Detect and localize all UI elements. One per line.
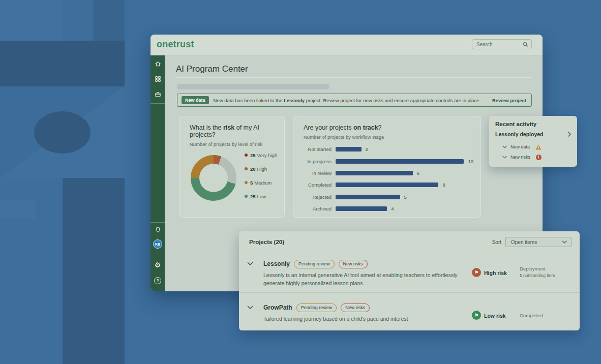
legend-item: 25Very high [245, 152, 277, 158]
project-description: Tailored learning journey based on a chi… [263, 315, 467, 323]
expand-chevron-icon[interactable] [247, 262, 253, 266]
background-column-dark [63, 178, 125, 364]
risk-legend-dot [245, 181, 248, 184]
activity-item-new-data[interactable]: New data [502, 143, 542, 150]
banner-project-name: Lessonly [284, 98, 305, 103]
projects-title: Projects (20) [249, 239, 284, 245]
sidebar-divider-bottom [151, 222, 165, 223]
stage-name: Completed [520, 313, 543, 318]
chevron-down-icon [502, 145, 507, 148]
track-chart-card: Are your projects on track? Number of pr… [293, 116, 481, 218]
bar [336, 206, 387, 211]
status-badge-new-risks: New risks [339, 260, 368, 268]
bar [336, 195, 400, 199]
risk-legend-dot [245, 154, 248, 157]
risk-chart-title: What is the risk of my AI projects? [190, 124, 274, 138]
stage-detail: 1 outstanding item [520, 273, 555, 278]
track-bar-chart: Not started2 In progress10 In review6 Co… [304, 143, 473, 215]
review-project-link[interactable]: Review project [492, 98, 526, 103]
project-name: Lessonly [263, 260, 290, 267]
user-avatar[interactable]: KB [153, 239, 162, 249]
sidebar-item-settings[interactable]: ⚙ [151, 261, 165, 269]
sidebar: KB ⚙ ? [151, 55, 165, 291]
chevron-right-icon [568, 132, 571, 137]
recent-activity-card: Recent activity Lessonly deployed New da… [489, 116, 577, 167]
risk-donut-chart [191, 155, 236, 201]
track-chart-subtitle: Number of projects by workflow stage [304, 134, 470, 140]
search-box[interactable] [472, 39, 532, 49]
legend-item: 5Medium [245, 179, 277, 186]
bar-row: In progress10 [304, 155, 473, 167]
sidebar-item-projects[interactable] [151, 90, 165, 98]
stage-block: Completed [520, 313, 543, 318]
high-risk-flag-icon: ⚑ [472, 268, 481, 277]
error-icon [536, 155, 542, 160]
background-band-light [0, 0, 62, 41]
project-name: GrowPath [263, 304, 292, 311]
loading-placeholder-bar [177, 84, 329, 89]
bar [336, 171, 413, 175]
recent-activity-title: Recent activity [495, 121, 571, 127]
bar-row: Not started2 [304, 143, 473, 155]
sidebar-item-apps[interactable] [151, 75, 165, 83]
status-badge-pending-review: Pending review [296, 304, 337, 312]
projects-card: Projects (20) Sort Open items LessonlyPe… [239, 231, 580, 330]
stage-name: Deployment [520, 266, 555, 271]
risk-chart-subtitle: Number of projects by level of risk [190, 141, 274, 147]
sidebar-item-help[interactable]: ? [151, 277, 165, 285]
avatar-initials: KB [155, 242, 160, 246]
grid-icon [155, 76, 161, 82]
risk-legend: 25Very high 20High 5Medium 25Low [245, 152, 277, 207]
risk-legend-dot [245, 167, 248, 170]
home-icon [155, 60, 161, 67]
project-row-lessonly: LessonlyPending reviewNew risks Lessonly… [239, 253, 580, 292]
status-badge-new-risks: New risks [341, 304, 370, 312]
title-divider [176, 77, 532, 78]
page-title: AI Program Center [176, 64, 248, 74]
activity-item-new-risks[interactable]: New risks [502, 154, 542, 161]
expand-chevron-icon[interactable] [247, 306, 253, 310]
bar [336, 147, 362, 151]
banner-badge: New data [182, 96, 209, 104]
sidebar-item-home[interactable] [151, 59, 165, 68]
risk-label: High risk [484, 270, 507, 276]
project-row-growpath: GrowPathPending reviewNew risks Tailored… [239, 292, 580, 330]
onetrust-logo: onetrust [157, 39, 194, 50]
recent-activity-headline[interactable]: Lessonly deployed [495, 131, 571, 137]
background-strip-light [0, 200, 36, 219]
sort-label: Sort [492, 239, 501, 245]
background-band-dark [94, 0, 125, 41]
background-rect-dark [0, 41, 125, 86]
risk-chart-card: What is the risk of my AI projects? Numb… [179, 116, 285, 218]
bar-row: Rejected5 [304, 191, 473, 203]
donut-hole [199, 164, 228, 192]
search-icon [523, 42, 528, 47]
sidebar-item-notifications[interactable] [151, 226, 165, 234]
bar-row: Completed8 [304, 179, 473, 191]
gear-icon: ⚙ [155, 261, 161, 268]
search-input[interactable] [476, 42, 523, 47]
bar-row: In review6 [304, 167, 473, 179]
risk-label: Low risk [484, 313, 506, 319]
chevron-down-icon [562, 240, 567, 244]
window-header: onetrust [151, 35, 543, 55]
legend-item: 25Low [245, 193, 277, 199]
bell-icon [155, 226, 161, 233]
notification-banner: New data New data has been linked to the… [177, 94, 532, 107]
stage-block: Deployment 1 outstanding item [520, 266, 555, 278]
project-description: Lessonly is an internal generative AI to… [263, 271, 467, 288]
bar [336, 159, 464, 164]
banner-text: New data has been linked to the Lessonly… [214, 98, 479, 103]
sort-dropdown[interactable]: Open items [505, 237, 572, 247]
risk-legend-dot [245, 195, 248, 198]
bar-row: Archived4 [304, 203, 473, 215]
sidebar-divider-top [151, 103, 165, 104]
background-ellipse [34, 111, 91, 154]
bar [336, 183, 438, 187]
status-badge-pending-review: Pending review [294, 260, 335, 268]
briefcase-icon [155, 91, 161, 98]
projects-header: Projects (20) Sort Open items [239, 231, 580, 253]
chevron-down-icon [502, 156, 507, 159]
track-chart-title: Are your projects on track? [304, 124, 470, 131]
warning-icon [535, 144, 542, 150]
